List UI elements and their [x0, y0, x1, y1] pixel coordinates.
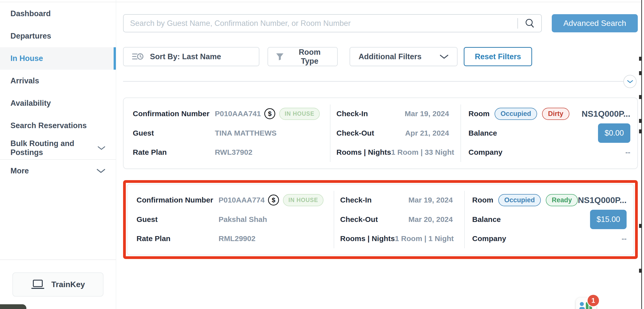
reset-filters-button[interactable]: Reset Filters: [464, 47, 532, 66]
screen-edge-artifact: [639, 57, 641, 61]
sidebar-item-in-house[interactable]: In House: [0, 47, 116, 70]
reservation-list: Confirmation Number P010AAA741 $ IN HOUS…: [123, 98, 638, 259]
sidebar-item-availability[interactable]: Availability: [0, 92, 116, 114]
room-number: NS1Q000P...: [582, 109, 630, 119]
chevron-down-icon: [440, 54, 448, 59]
sidebar-item-more[interactable]: More: [0, 160, 116, 182]
balance-row: Balance $15.00: [472, 211, 626, 228]
company-row: Company --: [468, 144, 630, 160]
rate-plan-code: RWL37902: [215, 148, 252, 156]
room-status-pill-occupied: Occupied: [494, 108, 537, 120]
rate-plan-row: Rate Plan RWL37902: [133, 144, 330, 160]
checkin-label: Check-In: [336, 110, 368, 118]
funnel-icon: [276, 52, 284, 61]
rooms-nights-label: Rooms | Nights: [336, 148, 391, 156]
balance-label: Balance: [468, 129, 497, 137]
room-type-label: Room Type: [290, 48, 330, 66]
filter-row: Sort By: Last Name Room Type Additional …: [123, 47, 638, 66]
rooms-nights-row: Rooms | Nights 1 Room | 1 Night: [340, 230, 453, 247]
balance-row: Balance $0.00: [468, 125, 630, 141]
sidebar-item-dashboard[interactable]: Dashboard: [0, 3, 116, 25]
sort-by-label: Sort By: Last Name: [150, 52, 221, 61]
guest-row: Guest Pakshal Shah: [136, 211, 334, 228]
sidebar-item-label: In House: [10, 54, 43, 63]
collapse-section-button[interactable]: [623, 75, 636, 88]
checkin-label: Check-In: [340, 196, 372, 204]
additional-filters-button[interactable]: Additional Filters: [350, 47, 458, 66]
search-row: Advanced Search: [123, 14, 638, 32]
collapse-row: [123, 75, 638, 88]
confirmation-number: P010AAA741: [215, 110, 261, 118]
folio-dollar-icon[interactable]: $: [268, 195, 279, 205]
checkout-date: Mar 20, 2024: [408, 215, 453, 224]
guest-row: Guest TINA MATTHEWS: [133, 125, 330, 141]
checkout-label: Check-Out: [340, 215, 378, 224]
screen-corner-artifact: [0, 304, 26, 309]
trainkey-button[interactable]: TrainKey: [12, 272, 104, 296]
checkout-date: Apr 21, 2024: [405, 129, 449, 137]
search-icon[interactable]: [524, 18, 535, 29]
search-box[interactable]: [123, 14, 542, 32]
card-room-column: Room Occupied Dirty NS1Q000P... Balance …: [461, 98, 637, 168]
checkin-row: Check-In Mar 19, 2024: [340, 192, 453, 208]
sidebar: Dashboard Departures In House Arrivals A…: [0, 0, 116, 309]
card-dates-column: Check-In Mar 19, 2024 Check-Out Mar 20, …: [334, 184, 464, 255]
screen-edge-artifact: [639, 224, 641, 228]
confirmation-row: Confirmation Number P010AAA774 $ IN HOUS…: [136, 192, 334, 208]
app-window: Dashboard Departures In House Arrivals A…: [0, 0, 644, 309]
advanced-search-button[interactable]: Advanced Search: [552, 14, 638, 32]
rooms-nights-row: Rooms | Nights 1 Room | 33 Night: [336, 144, 449, 160]
sidebar-item-label: More: [10, 166, 29, 175]
guest-name: Pakshal Shah: [218, 215, 267, 224]
confirmation-label: Confirmation Number: [133, 110, 215, 118]
balance-button[interactable]: $0.00: [598, 123, 630, 143]
sidebar-item-bulk-routing[interactable]: Bulk Routing and Postings: [0, 137, 116, 159]
main-content: Advanced Search Sort By: Last Name Room …: [116, 0, 644, 309]
highlighted-selection-frame: Confirmation Number P010AAA774 $ IN HOUS…: [123, 180, 638, 259]
sidebar-nav: Dashboard Departures In House Arrivals A…: [0, 0, 116, 182]
card-dates-column: Check-In Mar 19, 2024 Check-Out Apr 21, …: [330, 98, 460, 168]
screen-edge-artifact: [639, 95, 641, 99]
rate-plan-code: RML29902: [218, 234, 255, 243]
card-identity-column: Confirmation Number P010AAA741 $ IN HOUS…: [124, 98, 330, 168]
room-status-pill-dirty: Dirty: [542, 108, 570, 120]
sidebar-item-label: Departures: [10, 32, 51, 41]
sidebar-item-label: Search Reservations: [10, 121, 87, 130]
chevron-down-icon: [98, 146, 106, 151]
guest-name: TINA MATTHEWS: [215, 129, 276, 137]
guest-label: Guest: [133, 129, 215, 137]
company-value: --: [625, 148, 630, 156]
room-number: NS1Q000P...: [578, 195, 626, 205]
chevron-down-icon: [627, 80, 633, 83]
room-label: Room: [468, 110, 490, 118]
trainkey-label: TrainKey: [51, 280, 85, 289]
balance-button[interactable]: $15.00: [590, 210, 626, 229]
window-top-border: [0, 2, 644, 2]
search-input[interactable]: [130, 19, 515, 28]
rate-plan-row: Rate Plan RML29902: [136, 230, 334, 247]
section-divider: [123, 81, 625, 82]
confirmation-row: Confirmation Number P010AAA741 $ IN HOUS…: [133, 106, 330, 122]
checkin-date: Mar 19, 2024: [405, 110, 449, 118]
company-label: Company: [472, 234, 506, 243]
reservation-card-2[interactable]: Confirmation Number P010AAA774 $ IN HOUS…: [127, 184, 634, 255]
card-identity-column: Confirmation Number P010AAA774 $ IN HOUS…: [127, 184, 334, 255]
confirmation-label: Confirmation Number: [136, 196, 218, 204]
confirmation-number: P010AAA774: [218, 196, 264, 204]
sidebar-item-departures[interactable]: Departures: [0, 25, 116, 47]
sidebar-item-arrivals[interactable]: Arrivals: [0, 70, 116, 92]
rooms-nights-label: Rooms | Nights: [340, 234, 395, 243]
reservation-card-1[interactable]: Confirmation Number P010AAA741 $ IN HOUS…: [123, 98, 638, 169]
chat-widget: 1: [576, 294, 596, 309]
screen-edge-artifact: [639, 269, 641, 273]
room-label: Room: [472, 196, 493, 204]
card-room-column: Room Occupied Ready NS1Q000P... Balance …: [465, 184, 634, 255]
in-house-status-badge: IN HOUSE: [283, 194, 324, 206]
screen-edge-artifact: [639, 71, 641, 75]
chevron-down-icon: [96, 168, 106, 173]
sidebar-item-search-reservations[interactable]: Search Reservations: [0, 114, 116, 137]
sort-by-button[interactable]: Sort By: Last Name: [123, 47, 259, 66]
room-type-button[interactable]: Room Type: [268, 47, 338, 66]
balance-label: Balance: [472, 215, 501, 224]
folio-dollar-icon[interactable]: $: [264, 108, 275, 119]
